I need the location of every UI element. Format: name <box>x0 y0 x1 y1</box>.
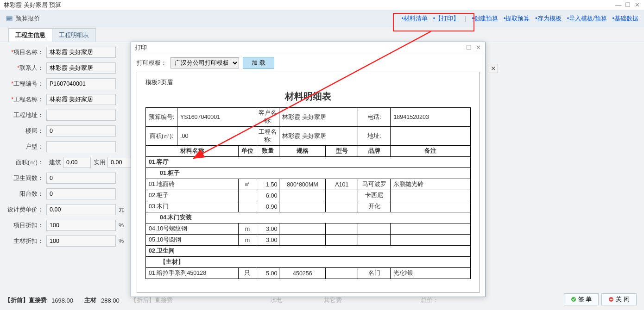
label-address: 工程地址： <box>7 112 44 119</box>
label-template: 打印模板： <box>137 59 167 67</box>
close-icon[interactable]: ✕ <box>634 2 640 8</box>
minimize-icon[interactable]: — <box>615 2 622 8</box>
maximize-icon[interactable]: ☐ <box>625 2 631 8</box>
paper-title: 材料明细表 <box>145 90 471 103</box>
close-button[interactable]: 关 闭 <box>601 293 637 305</box>
dialog-title: 打印 <box>135 43 147 52</box>
select-print-template[interactable]: 广汉分公司打印模板 <box>170 57 239 68</box>
label-project-title: *工程名称： <box>7 96 44 104</box>
input-main-discount[interactable] <box>46 236 116 247</box>
svg-rect-6 <box>610 299 612 300</box>
table-row: 01.地面砖㎡1.50800*800MMA101马可波罗东鹏抛光砖 <box>146 179 471 190</box>
link-create-budget[interactable]: •创建预算 <box>472 15 498 23</box>
window-titlebar: 林彩霞 美好家居 预算 — ☐ ✕ <box>0 0 644 10</box>
input-project-title[interactable] <box>46 94 116 105</box>
input-design-price[interactable] <box>46 204 116 215</box>
check-icon <box>571 297 576 302</box>
dialog-close-icon[interactable]: ✕ <box>475 44 481 51</box>
sign-button[interactable]: 签 单 <box>564 293 599 305</box>
label-design-price: 设计费单价： <box>7 206 44 214</box>
load-button[interactable]: 加 载 <box>243 57 274 69</box>
label-proj-discount: 项目折扣： <box>7 222 44 229</box>
input-contact[interactable] <box>46 62 116 74</box>
input-bathrooms[interactable] <box>46 173 116 184</box>
window-title: 林彩霞 美好家居 预算 <box>4 1 61 9</box>
link-print[interactable]: •【打印】 <box>433 15 459 23</box>
label-bathrooms: 卫生间数： <box>7 174 44 182</box>
tab-detail[interactable]: 工程明细表 <box>52 28 96 42</box>
link-material-list[interactable]: •材料清单 <box>401 15 427 23</box>
label-balconies: 阳台数： <box>7 190 44 198</box>
label-area: 面积(㎡)： <box>7 159 44 167</box>
input-balconies[interactable] <box>46 188 116 199</box>
footer-bar: 【折前】直接费 1698.00 主材 288.00 【折后】直接费 水电 其它费… <box>5 293 639 307</box>
table-row: 02.柜子6.00卡西尼 <box>146 190 471 201</box>
link-base-data[interactable]: •基础数据 <box>612 15 638 23</box>
input-floor[interactable] <box>46 125 116 136</box>
link-extract-budget[interactable]: •提取预算 <box>504 15 530 23</box>
input-project-name[interactable] <box>46 47 116 58</box>
svg-rect-3 <box>7 19 10 20</box>
table-row: 05.10号圆钢m3.00 <box>146 235 471 246</box>
label-floor: 楼层： <box>7 127 44 135</box>
paper-header: 模板2页眉 <box>145 79 471 87</box>
input-proj-discount[interactable] <box>46 220 116 231</box>
dialog-titlebar: 打印 ☐ ✕ <box>131 42 485 53</box>
material-table: 预算编号: YS1607040001 客户名称: 林彩霞 美好家居 电话: 18… <box>145 107 471 279</box>
label-main-discount: 主材折扣： <box>7 237 44 245</box>
table-row: 01.暗拉手系列450128只5.00450256名门光/沙银 <box>146 268 471 279</box>
label-house-type: 户型： <box>7 143 44 151</box>
section-title: 预算报价 <box>6 14 40 23</box>
table-row: 03.木门0.90开化 <box>146 201 471 212</box>
input-house-type[interactable] <box>46 141 116 152</box>
cancel-icon <box>608 297 614 302</box>
tab-main-info[interactable]: 工程主信息 <box>8 28 52 42</box>
input-project-no[interactable] <box>46 78 116 89</box>
section-links: •材料清单 •【打印】 | •创建预算 •提取预算 •存为模板 •导入模板/预算… <box>401 15 638 23</box>
label-project-no: *工程编号： <box>7 80 44 88</box>
table-row: 04.10号螺纹钢m3.00 <box>146 223 471 235</box>
svg-rect-1 <box>7 17 12 18</box>
side-panel-close-icon[interactable]: ✕ <box>489 64 498 73</box>
print-preview: 模板2页眉 材料明细表 预算编号: YS1607040001 客户名称: 林彩霞… <box>137 72 480 293</box>
tabs: 工程主信息 工程明细表 <box>0 29 644 42</box>
dialog-maximize-icon[interactable]: ☐ <box>466 44 472 51</box>
input-area-build[interactable] <box>63 157 91 168</box>
link-import-template[interactable]: •导入模板/预算 <box>567 15 607 23</box>
label-project-name: *项目名称： <box>7 49 44 56</box>
section-header: 预算报价 •材料清单 •【打印】 | •创建预算 •提取预算 •存为模板 •导入… <box>0 11 644 26</box>
dialog-toolbar: 打印模板： 广汉分公司打印模板 加 载 <box>137 57 480 69</box>
svg-rect-2 <box>7 18 12 19</box>
print-dialog: 打印 ☐ ✕ 打印模板： 广汉分公司打印模板 加 载 模板2页眉 材料明细表 预… <box>131 42 486 297</box>
link-save-template[interactable]: •存为模板 <box>535 15 561 23</box>
window-controls: — ☐ ✕ <box>615 2 640 8</box>
document-icon <box>6 15 13 22</box>
input-address[interactable] <box>46 110 116 121</box>
label-contact: *联系人： <box>7 64 44 72</box>
